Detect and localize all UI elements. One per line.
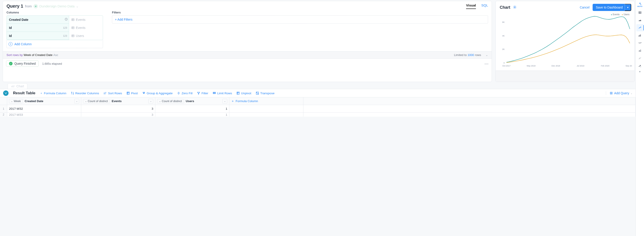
tool-filter[interactable]: Filter bbox=[197, 92, 208, 95]
svg-rect-31 bbox=[640, 51, 641, 52]
col-header-users[interactable]: ⌄Count of distinct Users ⌄ bbox=[155, 97, 229, 105]
chart-type-bar[interactable] bbox=[636, 32, 644, 39]
svg-text:Oct 2017: Oct 2017 bbox=[502, 65, 510, 67]
chart-type-combo[interactable] bbox=[636, 47, 644, 54]
sort-bar[interactable]: Sort rows by Week of Created Date Asc Li… bbox=[3, 51, 492, 58]
chart-footer bbox=[496, 71, 634, 82]
chart-legend: Events Users bbox=[611, 13, 630, 16]
column-chip[interactable]: Id 123 bbox=[7, 32, 69, 40]
cancel-link[interactable]: Cancel bbox=[580, 5, 590, 9]
chart-type-scatter[interactable] bbox=[636, 55, 644, 62]
chevron-down-icon[interactable]: ⌄ bbox=[222, 99, 227, 104]
cell-empty bbox=[304, 113, 636, 117]
result-icon bbox=[3, 91, 8, 96]
tool-reorder-columns[interactable]: Reorder Columns bbox=[71, 92, 99, 95]
chart-ghost-tab[interactable]: Chart bbox=[8, 83, 28, 89]
cell[interactable]: 1 bbox=[155, 113, 229, 117]
svg-rect-25 bbox=[638, 12, 641, 14]
svg-text:0: 0 bbox=[504, 62, 505, 64]
svg-point-17 bbox=[144, 92, 145, 93]
gear-icon[interactable] bbox=[513, 5, 516, 10]
row-header-blank bbox=[0, 97, 7, 105]
result-section: Result Table ＋Formula Column Reorder Col… bbox=[0, 89, 636, 117]
svg-point-38 bbox=[640, 65, 641, 66]
tool-pivot[interactable]: Pivot bbox=[126, 92, 138, 95]
cell-empty bbox=[229, 105, 304, 113]
chevron-down-icon: ⌄ bbox=[76, 4, 79, 8]
chart-type-auto[interactable]: AUTO bbox=[636, 1, 644, 8]
svg-text:Jul 2019: Jul 2019 bbox=[577, 65, 584, 67]
tool-unpivot[interactable]: Unpivot bbox=[236, 92, 251, 95]
tool-formula-column[interactable]: ＋Formula Column bbox=[40, 91, 66, 95]
svg-point-39 bbox=[640, 67, 641, 67]
tab-sql[interactable]: SQL bbox=[481, 3, 488, 9]
svg-rect-26 bbox=[638, 35, 639, 36]
chevron-down-icon[interactable]: ⌄ bbox=[148, 99, 153, 104]
number-type-icon: 123 bbox=[63, 26, 69, 29]
chart-type-area[interactable] bbox=[636, 16, 644, 24]
tool-zero-fill[interactable]: Zero Fill bbox=[177, 92, 192, 95]
cell[interactable]: 2017-W33 bbox=[7, 113, 81, 117]
svg-rect-29 bbox=[639, 51, 639, 52]
tool-group-aggregate[interactable]: Group & Aggregate bbox=[142, 92, 173, 95]
row-number: 2 bbox=[0, 113, 7, 117]
column-chip[interactable]: Id 123 bbox=[7, 24, 69, 32]
svg-text:May 2018: May 2018 bbox=[527, 65, 536, 67]
svg-point-36 bbox=[639, 58, 640, 59]
cell-empty bbox=[304, 105, 636, 113]
cell[interactable]: 3 bbox=[81, 105, 155, 113]
cell[interactable]: 1 bbox=[155, 105, 229, 113]
col-header-blank bbox=[304, 97, 636, 105]
column-source: Users bbox=[69, 34, 103, 38]
column-source: Events bbox=[69, 26, 103, 29]
svg-text:Dec 2018: Dec 2018 bbox=[552, 65, 560, 67]
chart-type-table[interactable] bbox=[636, 9, 644, 16]
tool-sort-rows[interactable]: Sort Rows bbox=[104, 92, 122, 95]
chart-type-sparkline[interactable] bbox=[636, 39, 644, 47]
chevron-down-icon: ⌄ bbox=[486, 53, 488, 57]
tool-limit-rows[interactable]: Limit Rows bbox=[213, 92, 232, 95]
svg-rect-21 bbox=[213, 93, 216, 94]
svg-rect-1 bbox=[72, 19, 74, 21]
column-list: Created Date Events bbox=[6, 15, 103, 40]
result-table: ⌄Week Created Date ⌄ ⌄Count of distinct … bbox=[0, 97, 636, 117]
save-dropdown-button[interactable]: ▼ bbox=[625, 4, 631, 11]
svg-point-34 bbox=[640, 58, 640, 59]
data-source-chip[interactable]: ⌀ Dundersign Demo Data ⌄ bbox=[34, 4, 79, 8]
query-status[interactable]: ✓ Query Finished bbox=[6, 60, 38, 67]
add-formula-column[interactable]: ＋Formula Column bbox=[229, 97, 304, 105]
column-source: Events bbox=[69, 18, 103, 21]
query-panel: Query 1 from ⌀ Dundersign Demo Data ⌄ Vi… bbox=[3, 1, 492, 82]
add-column-button[interactable]: + Add Column bbox=[6, 40, 103, 48]
add-filters-button[interactable]: + Add Filters bbox=[112, 15, 488, 23]
svg-text:Sep 2020: Sep 2020 bbox=[626, 65, 632, 67]
data-source-icon: ⌀ bbox=[34, 4, 38, 8]
add-query-button[interactable]: Add Query ⌄ bbox=[610, 91, 632, 95]
tab-visual[interactable]: Visual bbox=[466, 3, 476, 9]
from-label: from bbox=[25, 4, 32, 8]
chart-type-line[interactable] bbox=[636, 24, 644, 31]
chevron-down-icon[interactable]: ⌄ bbox=[74, 99, 79, 104]
cell[interactable]: 3 bbox=[81, 113, 155, 117]
check-icon: ✓ bbox=[9, 62, 12, 65]
column-chip[interactable]: Created Date bbox=[7, 16, 69, 24]
svg-point-32 bbox=[639, 59, 639, 59]
sidebar-more-icon[interactable]: ▼ bbox=[638, 70, 641, 73]
svg-point-33 bbox=[640, 58, 640, 58]
svg-rect-27 bbox=[640, 35, 640, 36]
chart-type-bubble[interactable] bbox=[636, 62, 644, 69]
col-header-created-date[interactable]: ⌄Week Created Date ⌄ bbox=[7, 97, 81, 105]
svg-point-19 bbox=[178, 92, 179, 94]
cell[interactable]: 2017-W32 bbox=[7, 105, 81, 113]
clock-icon bbox=[64, 18, 69, 21]
col-header-events[interactable]: ⌄Count of distinct Events ⌄ bbox=[81, 97, 155, 105]
save-to-dashboard-button[interactable]: Save to Dashboard bbox=[592, 4, 626, 11]
svg-rect-20 bbox=[213, 92, 216, 93]
chart-type-sidebar: AUTO ▼ bbox=[636, 0, 644, 236]
svg-rect-30 bbox=[640, 51, 640, 52]
columns-heading: Columns bbox=[6, 11, 103, 14]
tool-transpose[interactable]: Transpose bbox=[256, 92, 274, 95]
collapse-button[interactable]: — bbox=[484, 61, 488, 66]
chart-plot: Events Users 02K4K6KOct 2017May 2018Dec … bbox=[496, 12, 634, 71]
row-limit[interactable]: Limited to 1000 rows ⌄ bbox=[454, 53, 488, 57]
